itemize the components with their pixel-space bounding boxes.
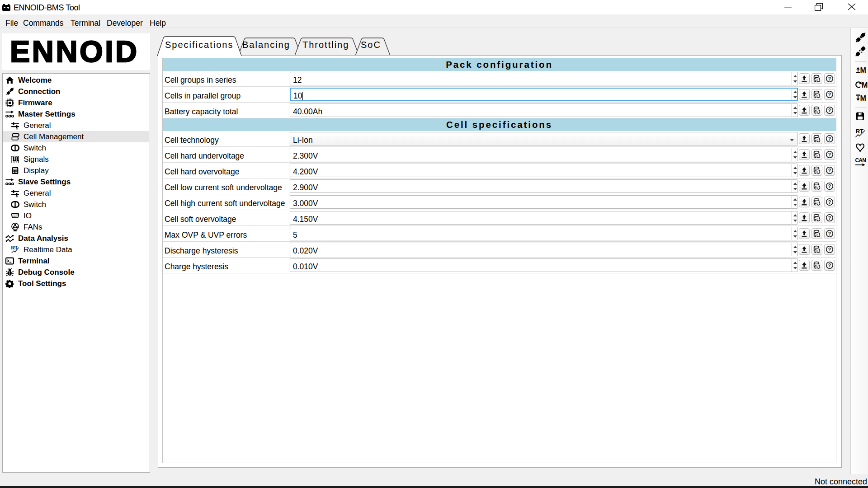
- svg-text:?: ?: [828, 168, 831, 173]
- svg-text:M: M: [860, 94, 866, 102]
- svg-text:?: ?: [828, 152, 831, 157]
- svg-text:?: ?: [828, 136, 831, 141]
- svg-text:?: ?: [828, 199, 831, 205]
- svg-text:?: ?: [828, 263, 831, 268]
- svg-text:?: ?: [828, 183, 831, 189]
- svg-text:?: ?: [828, 231, 831, 236]
- svg-text:?: ?: [828, 215, 831, 221]
- svg-text:RT: RT: [856, 128, 864, 135]
- svg-text:CAN: CAN: [855, 157, 866, 164]
- svg-text:?: ?: [828, 76, 831, 81]
- svg-text:?: ?: [828, 247, 831, 252]
- svg-text:?: ?: [828, 92, 831, 97]
- svg-text:?: ?: [828, 108, 831, 113]
- svg-text:M: M: [862, 81, 868, 89]
- svg-text:M: M: [860, 66, 866, 74]
